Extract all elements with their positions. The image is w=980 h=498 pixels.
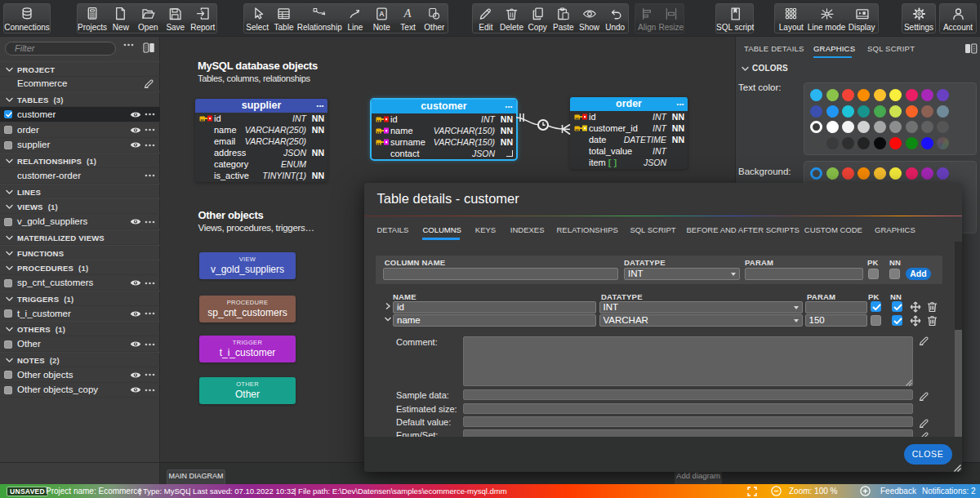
svg-text:A: A (379, 10, 385, 18)
svg-text:A: A (403, 7, 412, 20)
